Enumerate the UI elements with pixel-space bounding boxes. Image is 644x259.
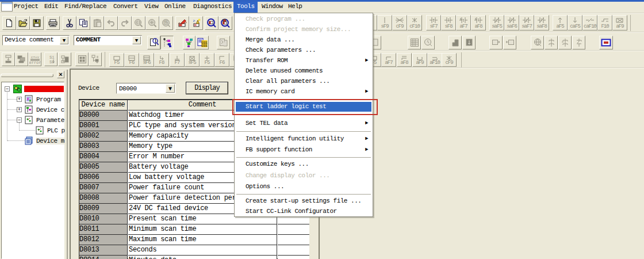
svg-text:EEE: EEE: [201, 44, 208, 48]
svg-text:error: error: [29, 60, 41, 64]
svg-text:S1: S1: [49, 55, 54, 60]
svg-text:123: 123: [163, 22, 168, 25]
svg-text:c=+v: c=+v: [30, 55, 39, 59]
